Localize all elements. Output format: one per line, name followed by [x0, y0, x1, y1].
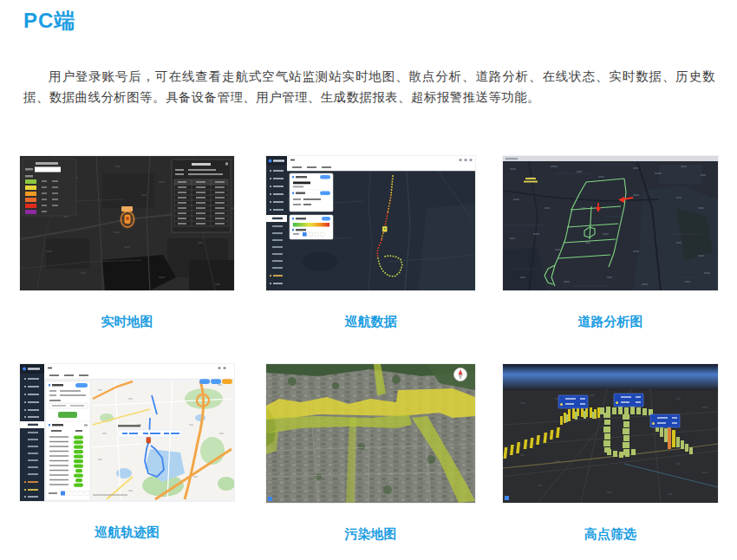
top-header	[287, 156, 475, 171]
map-control-icon[interactable]	[268, 497, 272, 501]
figure-cruise-track: 巡航轨迹图	[20, 364, 234, 541]
caption-road-analysis: 道路分析图	[503, 314, 718, 330]
compass-icon[interactable]	[454, 368, 467, 381]
station-data-panel	[172, 160, 231, 232]
realtime-map-thumbnail	[20, 156, 234, 290]
caption-pollution-map: 污染地图	[266, 526, 475, 543]
top-header	[44, 364, 234, 379]
pollution-gradient-bar	[293, 223, 329, 227]
device-select-card	[290, 173, 333, 212]
header-icon[interactable]	[218, 367, 220, 369]
map-attribution	[93, 494, 127, 496]
header-icon-2[interactable]	[464, 159, 466, 161]
render-style-card	[290, 215, 333, 239]
figure-road-analysis: 道路分析图	[503, 156, 718, 330]
sidebar	[20, 364, 44, 501]
figure-pollution-map: 污染地图	[266, 364, 475, 543]
light-map	[91, 379, 234, 499]
orange-bar	[668, 427, 671, 449]
high-point-thumbnail	[503, 364, 718, 503]
document-page: PC端 用户登录账号后，可在线查看走航式空气站监测站实时地图、散点分析、道路分析…	[0, 0, 737, 560]
caption-cruise-track: 巡航轨迹图	[20, 524, 234, 541]
horizon-sky	[503, 364, 718, 390]
caption-high-point: 高点筛选	[503, 526, 718, 543]
query-panel	[46, 381, 90, 500]
vehicle-marker[interactable]	[147, 437, 151, 443]
user-avatar-icon[interactable]	[223, 367, 225, 369]
style-toggle-button[interactable]	[322, 217, 330, 220]
map-control-icon[interactable]	[505, 496, 509, 500]
road-analysis-thumbnail	[503, 156, 718, 290]
intro-paragraph: 用户登录账号后，可在线查看走航式空气站监测站实时地图、散点分析、道路分析、在线状…	[23, 66, 715, 107]
track-vehicle-marker[interactable]	[382, 226, 388, 232]
map-district	[418, 204, 475, 290]
map-action-buttons[interactable]	[199, 379, 232, 384]
water-patch	[303, 252, 337, 271]
aqi-legend-panel	[23, 159, 76, 216]
sidebar	[266, 156, 287, 290]
query-button[interactable]	[58, 412, 77, 418]
header-icon-1[interactable]	[459, 159, 461, 161]
legend-input[interactable]	[35, 167, 61, 173]
panel-close-icon[interactable]	[225, 163, 228, 166]
caption-cruise-data: 巡航数据	[266, 314, 475, 330]
browser-strip	[503, 156, 718, 161]
select-time-button[interactable]	[320, 192, 330, 196]
figure-realtime-map: 实时地图	[20, 156, 234, 330]
app-logo	[269, 160, 272, 163]
page-title: PC端	[23, 7, 75, 35]
cruise-track-thumbnail	[20, 364, 234, 501]
select-device-button[interactable]	[320, 175, 330, 179]
caption-realtime-map: 实时地图	[20, 314, 234, 330]
figure-high-point: 高点筛选	[503, 364, 718, 543]
satellite-city-texture	[266, 364, 475, 503]
user-avatar-icon[interactable]	[469, 159, 472, 161]
cruise-data-thumbnail	[266, 156, 475, 290]
figure-cruise-data: 巡航数据	[266, 156, 475, 330]
app-logo	[23, 368, 26, 371]
pollution-map-thumbnail	[266, 364, 475, 503]
device-select-button[interactable]	[75, 383, 88, 387]
